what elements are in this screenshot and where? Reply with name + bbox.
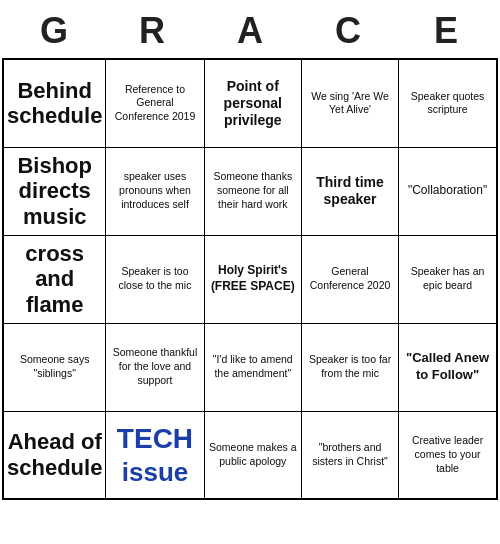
tech-big-text: TECH: [117, 421, 193, 456]
cell-r4c4[interactable]: Speaker is too far from the mic: [301, 323, 398, 411]
cell-text: Bishop directs music: [17, 153, 92, 229]
cell-text: cross and flame: [25, 241, 84, 317]
bingo-grid: Behind schedule Reference to General Con…: [2, 58, 498, 500]
cell-text: Reference to General Conference 2019: [115, 83, 196, 123]
cell-r4c2[interactable]: Someone thankful for the love and suppor…: [106, 323, 204, 411]
cell-text: speaker uses pronouns when introduces se…: [119, 170, 191, 210]
title-letter-a: A: [201, 10, 299, 52]
title-letter-g: G: [5, 10, 103, 52]
cell-r3c5[interactable]: Speaker has an epic beard: [399, 235, 497, 323]
cell-r4c3[interactable]: "I'd like to amend the amendment": [204, 323, 301, 411]
cell-text: "Collaboration": [408, 183, 487, 197]
cell-r2c3[interactable]: Someone thanks someone for all their har…: [204, 147, 301, 235]
cell-r2c2[interactable]: speaker uses pronouns when introduces se…: [106, 147, 204, 235]
cell-r5c1[interactable]: Ahead of schedule: [3, 411, 106, 499]
cell-r2c5[interactable]: "Collaboration": [399, 147, 497, 235]
cell-r1c2[interactable]: Reference to General Conference 2019: [106, 59, 204, 147]
cell-r4c1[interactable]: Someone says "siblings": [3, 323, 106, 411]
cell-r5c5[interactable]: Creative leader comes to your table: [399, 411, 497, 499]
cell-r3c1[interactable]: cross and flame: [3, 235, 106, 323]
cell-r5c2[interactable]: TECH issue: [106, 411, 204, 499]
cell-text: Someone makes a public apology: [209, 441, 297, 467]
cell-r2c4[interactable]: Third time speaker: [301, 147, 398, 235]
cell-text: "I'd like to amend the amendment": [213, 353, 293, 379]
bingo-title: G R A C E: [0, 0, 500, 58]
table-row: cross and flame Speaker is too close to …: [3, 235, 497, 323]
cell-text: Behind schedule: [7, 78, 102, 128]
cell-r1c4[interactable]: We sing 'Are We Yet Alive': [301, 59, 398, 147]
cell-text: Ahead of schedule: [7, 429, 102, 479]
cell-text: Point of personal privilege: [224, 78, 282, 128]
cell-r1c5[interactable]: Speaker quotes scripture: [399, 59, 497, 147]
cell-text: Someone thanks someone for all their har…: [213, 170, 292, 210]
cell-text: Third time speaker: [316, 174, 384, 207]
table-row: Behind schedule Reference to General Con…: [3, 59, 497, 147]
table-row: Bishop directs music speaker uses pronou…: [3, 147, 497, 235]
cell-r4c5[interactable]: "Called Anew to Follow": [399, 323, 497, 411]
title-letter-c: C: [299, 10, 397, 52]
cell-text: "Called Anew to Follow": [406, 350, 489, 382]
title-letter-r: R: [103, 10, 201, 52]
cell-text: Speaker is too far from the mic: [309, 353, 391, 379]
cell-text: Speaker has an epic beard: [411, 265, 485, 291]
cell-text: Someone thankful for the love and suppor…: [113, 346, 198, 386]
cell-r5c3[interactable]: Someone makes a public apology: [204, 411, 301, 499]
cell-text: Creative leader comes to your table: [412, 434, 483, 474]
cell-r3c4[interactable]: General Conference 2020: [301, 235, 398, 323]
cell-text: We sing 'Are We Yet Alive': [311, 90, 388, 116]
cell-text: Speaker quotes scripture: [411, 90, 485, 116]
tech-cell: TECH issue: [109, 415, 200, 496]
cell-r1c3[interactable]: Point of personal privilege: [204, 59, 301, 147]
cell-text: "brothers and sisters in Christ": [312, 441, 388, 467]
cell-text: Someone says "siblings": [20, 353, 89, 379]
table-row: Ahead of schedule TECH issue Someone mak…: [3, 411, 497, 499]
cell-text: General Conference 2020: [310, 265, 391, 291]
title-letter-e: E: [397, 10, 495, 52]
cell-text: Speaker is too close to the mic: [119, 265, 192, 291]
cell-r3c3[interactable]: Holy Spirit's (FREE SPACE): [204, 235, 301, 323]
cell-text: Holy Spirit's (FREE SPACE): [211, 263, 295, 293]
tech-issue-text: issue: [122, 456, 189, 489]
table-row: Someone says "siblings" Someone thankful…: [3, 323, 497, 411]
cell-r1c1[interactable]: Behind schedule: [3, 59, 106, 147]
cell-r2c1[interactable]: Bishop directs music: [3, 147, 106, 235]
cell-r5c4[interactable]: "brothers and sisters in Christ": [301, 411, 398, 499]
cell-r3c2[interactable]: Speaker is too close to the mic: [106, 235, 204, 323]
